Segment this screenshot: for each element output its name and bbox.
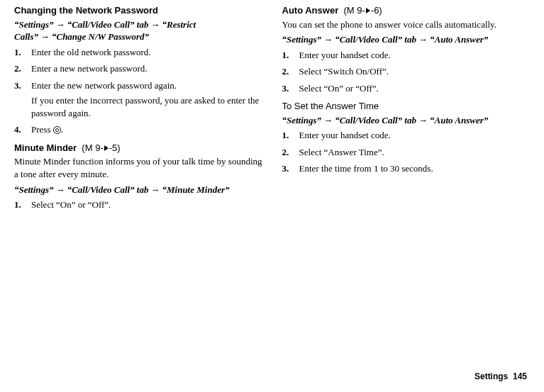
step-text: Enter the time from 1 to 30 seconds. bbox=[299, 162, 531, 175]
arrow-icon: → bbox=[148, 19, 162, 30]
list-item: 4. Press . bbox=[14, 123, 262, 136]
path-part: “Settings” bbox=[14, 19, 54, 30]
step-number: 4. bbox=[14, 123, 31, 136]
intro-minute-minder: Minute Minder function informs you of yo… bbox=[14, 155, 262, 180]
arrow-icon: → bbox=[38, 31, 52, 42]
heading-changing-network-password: Changing the Network Password bbox=[14, 4, 262, 17]
list-item: 2. Enter a new network password. bbox=[14, 62, 262, 75]
step-number: 2. bbox=[282, 65, 299, 78]
heading-minute-minder: Minute Minder bbox=[14, 142, 77, 153]
arrow-icon: → bbox=[321, 115, 335, 125]
menu-ref-post: -6) bbox=[371, 5, 382, 16]
list-item: 3.Select “On” or “Off”. bbox=[282, 82, 531, 95]
list-item: 1.Enter your handset code. bbox=[282, 49, 531, 62]
heading-row-auto-answer: Auto Answer (M 9--6) bbox=[282, 4, 531, 17]
steps-answer-time: 1.Enter your handset code. 2.Select “Ans… bbox=[282, 129, 531, 175]
path-part: “Call/Video Call” tab bbox=[67, 19, 149, 30]
arrow-icon: → bbox=[321, 34, 335, 45]
step-suffix: . bbox=[61, 124, 63, 135]
list-item: 1. Select “On” or “Off”. bbox=[14, 198, 262, 211]
step-text: Select “On” or “Off”. bbox=[299, 82, 531, 95]
step-number: 2. bbox=[14, 62, 31, 75]
left-column: Changing the Network Password “Settings”… bbox=[14, 4, 262, 217]
menu-ref-post: -5) bbox=[109, 142, 121, 153]
list-item: 3. Enter the new network password again.… bbox=[14, 79, 262, 120]
path-part: “Call/Video Call” tab bbox=[335, 34, 416, 45]
path-part: “Settings” bbox=[282, 34, 322, 45]
step-text: Press . bbox=[31, 123, 262, 136]
nav-path-answer-time: “Settings”→“Call/Video Call” tab→“Auto A… bbox=[282, 114, 531, 127]
footer-page-number: 145 bbox=[513, 371, 527, 381]
right-column: Auto Answer (M 9--6) You can set the pho… bbox=[282, 4, 531, 217]
step-text: Select “Switch On/Off”. bbox=[299, 65, 531, 78]
arrow-icon: → bbox=[416, 115, 430, 125]
step-number: 2. bbox=[282, 146, 299, 159]
steps-change-nw-password: 1. Enter the old network password. 2. En… bbox=[14, 46, 262, 136]
step-number: 3. bbox=[14, 79, 31, 120]
heading-auto-answer: Auto Answer bbox=[282, 5, 339, 16]
path-part: “Auto Answer” bbox=[430, 34, 488, 45]
footer-section-label: Settings bbox=[474, 371, 508, 381]
path-part: “Auto Answer” bbox=[430, 115, 488, 125]
intro-auto-answer: You can set the phone to answer voice ca… bbox=[282, 18, 531, 31]
step-number: 1. bbox=[14, 198, 31, 211]
arrow-icon: → bbox=[148, 184, 162, 195]
menu-reference: (M 9--5) bbox=[82, 142, 120, 153]
nav-path-minute-minder: “Settings”→“Call/Video Call” tab→“Minute… bbox=[14, 184, 262, 196]
step-main: Enter the new network password again. bbox=[31, 80, 177, 91]
step-text: Enter your handset code. bbox=[299, 49, 531, 62]
center-key-icon bbox=[53, 126, 61, 134]
list-item: 1.Enter your handset code. bbox=[282, 129, 531, 142]
step-text: Enter a new network password. bbox=[31, 62, 262, 75]
step-number: 1. bbox=[282, 129, 299, 142]
path-part: “Change N/W Password” bbox=[52, 31, 149, 42]
list-item: 2.Select “Switch On/Off”. bbox=[282, 65, 531, 78]
steps-auto-answer: 1.Enter your handset code. 2.Select “Swi… bbox=[282, 49, 531, 95]
triangle-right-icon bbox=[366, 8, 370, 13]
menu-reference: (M 9--6) bbox=[343, 5, 382, 16]
nav-path-auto-answer: “Settings”→“Call/Video Call” tab→“Auto A… bbox=[282, 33, 531, 46]
menu-ref-pre: (M 9- bbox=[82, 142, 103, 153]
page-footer: Settings 145 bbox=[474, 371, 527, 382]
path-part: “Minute Minder” bbox=[162, 184, 229, 195]
arrow-icon: → bbox=[54, 184, 67, 195]
steps-minute-minder: 1. Select “On” or “Off”. bbox=[14, 198, 262, 211]
heading-row-minute-minder: Minute Minder (M 9--5) bbox=[14, 142, 262, 155]
step-number: 1. bbox=[282, 49, 299, 62]
list-item: 3.Enter the time from 1 to 30 seconds. bbox=[282, 162, 531, 175]
step-main: Press bbox=[31, 124, 50, 135]
path-part: “Call/Video Call” tab bbox=[335, 115, 416, 125]
step-note: If you enter the incorrect password, you… bbox=[31, 94, 262, 119]
page: Changing the Network Password “Settings”… bbox=[0, 0, 544, 392]
step-text: Enter the new network password again. If… bbox=[31, 79, 262, 120]
path-part: “Call/Video Call” tab bbox=[67, 184, 149, 195]
path-part: “Settings” bbox=[282, 115, 322, 125]
menu-ref-pre: (M 9- bbox=[343, 5, 365, 16]
step-text: Select “On” or “Off”. bbox=[31, 198, 262, 211]
path-part: “Settings” bbox=[14, 184, 54, 195]
step-text: Enter the old network password. bbox=[31, 46, 262, 59]
step-number: 1. bbox=[14, 46, 31, 59]
subheading-set-answer-time: To Set the Answer Time bbox=[282, 100, 531, 113]
list-item: 1. Enter the old network password. bbox=[14, 46, 262, 59]
arrow-icon: → bbox=[54, 19, 67, 30]
nav-path-change-nw-password: “Settings”→“Call/Video Call” tab→“Restri… bbox=[14, 18, 262, 43]
step-number: 3. bbox=[282, 162, 299, 175]
step-text: Select “Answer Time”. bbox=[299, 146, 531, 159]
step-number: 3. bbox=[282, 82, 299, 95]
two-column-layout: Changing the Network Password “Settings”… bbox=[14, 4, 530, 217]
list-item: 2.Select “Answer Time”. bbox=[282, 146, 531, 159]
step-text: Enter your handset code. bbox=[299, 129, 531, 142]
triangle-right-icon bbox=[104, 145, 109, 151]
arrow-icon: → bbox=[416, 34, 430, 45]
